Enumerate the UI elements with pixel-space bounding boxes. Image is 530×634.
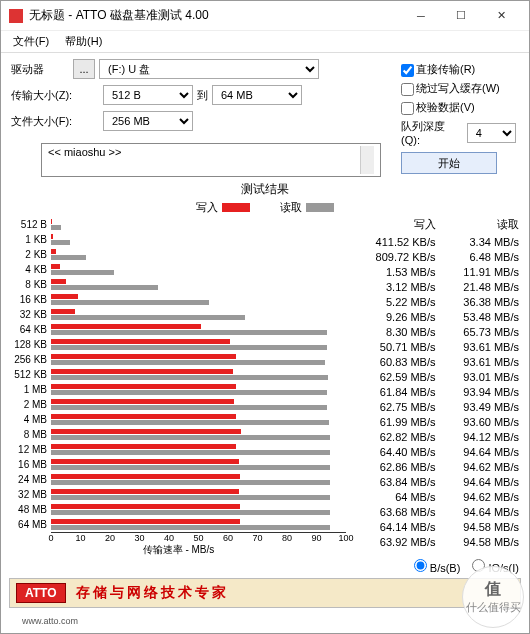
filesize-select[interactable]: 256 MB [103, 111, 193, 131]
legend-write-label: 写入 [196, 200, 218, 215]
write-bar [51, 369, 233, 374]
read-value: 93.60 MB/s [436, 416, 520, 428]
write-bar [51, 309, 75, 314]
scrollbar[interactable] [360, 146, 374, 174]
chart-row: 4 MB [11, 412, 346, 427]
x-axis: 0102030405060708090100 [51, 532, 346, 544]
table-row: 1.53 MB/s11.91 MB/s [352, 264, 519, 279]
to-label: 到 [197, 88, 208, 103]
window-title: 无标题 - ATTO 磁盘基准测试 4.00 [29, 7, 401, 24]
drive-label: 驱动器 [11, 62, 73, 77]
y-label: 48 MB [11, 504, 51, 515]
bar-chart: 512 B1 KB2 KB4 KB8 KB16 KB32 KB64 KB128 … [11, 217, 346, 557]
chart-row: 64 MB [11, 517, 346, 532]
read-value: 21.48 MB/s [436, 281, 520, 293]
read-value: 94.64 MB/s [436, 506, 520, 518]
minimize-button[interactable]: ─ [401, 1, 441, 31]
write-value: 1.53 MB/s [352, 266, 436, 278]
read-value: 94.62 MB/s [436, 491, 520, 503]
write-bar [51, 489, 239, 494]
read-value: 11.91 MB/s [436, 266, 520, 278]
bypass-cache-checkbox[interactable]: 绕过写入缓存(W) [401, 81, 516, 96]
write-bar [51, 279, 66, 284]
x-tick: 20 [105, 533, 115, 543]
table-row: 62.59 MB/s93.01 MB/s [352, 369, 519, 384]
y-label: 2 KB [11, 249, 51, 260]
write-value: 64 MB/s [352, 491, 436, 503]
queue-depth-label: 队列深度(Q): [401, 119, 463, 146]
y-label: 4 KB [11, 264, 51, 275]
y-label: 4 MB [11, 414, 51, 425]
chart-legend: 写入 读取 [11, 200, 519, 215]
y-label: 12 MB [11, 444, 51, 455]
chart-row: 32 MB [11, 487, 346, 502]
read-value: 93.61 MB/s [436, 341, 520, 353]
write-bar [51, 234, 53, 239]
footer-slogan: 存储与网络技术专家 [76, 584, 229, 602]
table-row: 61.99 MB/s93.60 MB/s [352, 414, 519, 429]
description-box[interactable]: << miaoshu >> [41, 143, 381, 177]
xfer-to-select[interactable]: 64 MB [212, 85, 302, 105]
table-row: 64.40 MB/s94.64 MB/s [352, 444, 519, 459]
chart-row: 12 MB [11, 442, 346, 457]
read-value: 93.49 MB/s [436, 401, 520, 413]
y-label: 64 MB [11, 519, 51, 530]
read-value: 94.62 MB/s [436, 461, 520, 473]
write-bar [51, 219, 52, 224]
table-row: 62.86 MB/s94.62 MB/s [352, 459, 519, 474]
write-value: 62.86 MB/s [352, 461, 436, 473]
write-bar [51, 264, 60, 269]
chart-row: 128 KB [11, 337, 346, 352]
table-row: 63.84 MB/s94.64 MB/s [352, 474, 519, 489]
chart-row: 512 KB [11, 367, 346, 382]
col-write: 写入 [352, 217, 436, 232]
read-bar [51, 510, 330, 515]
unit-selector: B/s(B) IO/s(I) [1, 557, 529, 576]
write-bar [51, 444, 236, 449]
y-label: 512 KB [11, 369, 51, 380]
write-bar [51, 474, 240, 479]
write-value: 64.40 MB/s [352, 446, 436, 458]
write-value: 62.59 MB/s [352, 371, 436, 383]
read-bar [51, 390, 327, 395]
legend-read-label: 读取 [280, 200, 302, 215]
write-value: 61.99 MB/s [352, 416, 436, 428]
browse-drive-button[interactable]: ... [73, 59, 95, 79]
x-tick: 30 [134, 533, 144, 543]
y-label: 64 KB [11, 324, 51, 335]
read-bar [51, 225, 61, 230]
read-bar [51, 345, 327, 350]
read-value: 93.61 MB/s [436, 356, 520, 368]
y-label: 1 KB [11, 234, 51, 245]
write-value: 61.84 MB/s [352, 386, 436, 398]
read-value: 94.64 MB/s [436, 476, 520, 488]
unit-bytes-radio[interactable]: B/s(B) [414, 559, 461, 574]
drive-select[interactable]: (F:) U 盘 [99, 59, 319, 79]
read-bar [51, 285, 158, 290]
xfer-size-label: 传输大小(Z): [11, 88, 73, 103]
close-button[interactable]: ✕ [481, 1, 521, 31]
write-bar [51, 294, 78, 299]
menu-help[interactable]: 帮助(H) [57, 32, 110, 51]
maximize-button[interactable]: ☐ [441, 1, 481, 31]
read-value: 94.58 MB/s [436, 536, 520, 548]
x-tick: 90 [311, 533, 321, 543]
chart-row: 512 B [11, 217, 346, 232]
filesize-label: 文件大小(F): [11, 114, 73, 129]
menu-file[interactable]: 文件(F) [5, 32, 57, 51]
footer: ATTO 存储与网络技术专家 [9, 578, 521, 608]
x-tick: 0 [48, 533, 53, 543]
read-bar [51, 405, 327, 410]
table-row: 62.82 MB/s94.12 MB/s [352, 429, 519, 444]
direct-io-checkbox[interactable]: 直接传输(R) [401, 62, 516, 77]
read-bar [51, 240, 70, 245]
verify-data-checkbox[interactable]: 校验数据(V) [401, 100, 516, 115]
y-label: 8 MB [11, 429, 51, 440]
table-row: 5.22 MB/s36.38 MB/s [352, 294, 519, 309]
queue-depth-select[interactable]: 4 [467, 123, 516, 143]
xfer-from-select[interactable]: 512 B [103, 85, 193, 105]
start-button[interactable]: 开始 [401, 152, 497, 174]
read-bar [51, 465, 330, 470]
chart-row: 24 MB [11, 472, 346, 487]
read-value: 53.48 MB/s [436, 311, 520, 323]
